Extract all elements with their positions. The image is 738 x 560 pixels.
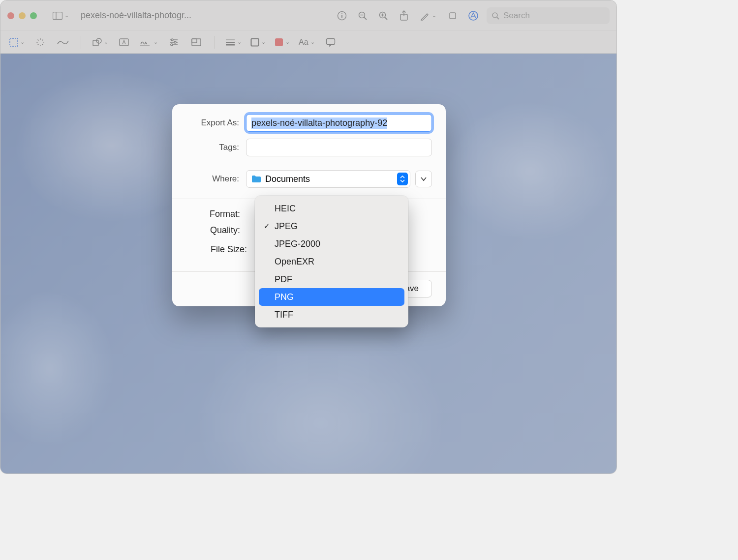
tags-field[interactable]	[246, 139, 432, 156]
svg-point-16	[492, 13, 497, 18]
markup-button[interactable]: ⌄	[417, 8, 439, 23]
where-label: Where:	[186, 174, 239, 184]
search-placeholder: Search	[503, 11, 530, 21]
sketch-tool[interactable]	[56, 35, 70, 49]
svg-point-34	[171, 39, 173, 41]
format-option-label: HEIC	[275, 204, 296, 214]
zoom-in-button[interactable]	[376, 8, 391, 23]
adjust-color-tool[interactable]	[167, 35, 181, 49]
border-color-tool[interactable]: ⌄	[250, 35, 266, 49]
svg-rect-38	[192, 39, 197, 43]
format-option-label: TIFF	[275, 310, 293, 320]
search-icon	[492, 12, 499, 20]
format-option-jpeg[interactable]: ✓JPEG	[259, 217, 404, 235]
annotate-tool[interactable]	[324, 35, 338, 49]
svg-rect-43	[275, 38, 283, 46]
svg-rect-42	[251, 38, 259, 46]
adjust-size-tool[interactable]	[189, 35, 203, 49]
format-option-openexr[interactable]: OpenEXR	[259, 253, 404, 270]
svg-rect-18	[10, 38, 18, 46]
folder-icon	[251, 175, 261, 183]
toolbar-divider	[81, 36, 81, 49]
svg-line-23	[38, 39, 39, 40]
svg-point-3	[341, 13, 342, 14]
where-stepper-icon	[397, 173, 408, 185]
text-tool[interactable]	[117, 35, 131, 49]
zoom-window-button[interactable]	[30, 12, 37, 19]
format-option-label: PDF	[275, 274, 292, 285]
svg-line-6	[364, 17, 367, 20]
share-button[interactable]	[397, 8, 411, 23]
expand-dialog-button[interactable]	[415, 171, 432, 187]
format-option-label: JPEG	[275, 221, 298, 232]
line-weight-tool[interactable]: ⌄	[225, 35, 242, 49]
toolbar-divider	[214, 36, 215, 49]
markup-toggle-button[interactable]	[466, 8, 481, 23]
format-option-png[interactable]: PNG	[259, 288, 404, 306]
svg-point-36	[171, 44, 173, 46]
selection-tool[interactable]: ⌄	[9, 35, 25, 49]
format-option-label: OpenEXR	[275, 257, 314, 267]
window-controls	[7, 12, 37, 19]
svg-rect-37	[192, 39, 201, 46]
instant-alpha-tool[interactable]	[33, 35, 47, 49]
svg-rect-0	[53, 12, 62, 19]
sidebar-toggle-button[interactable]: ⌄	[50, 8, 72, 23]
info-button[interactable]	[335, 8, 349, 23]
format-option-heic[interactable]: HEIC	[259, 200, 404, 217]
minimize-window-button[interactable]	[19, 12, 26, 19]
svg-rect-14	[450, 13, 456, 19]
check-icon: ✓	[264, 222, 270, 231]
where-value: Documents	[265, 174, 310, 184]
format-popup-menu: HEIC✓JPEGJPEG-2000OpenEXRPDFPNGTIFF	[255, 196, 408, 327]
format-label: Format:	[202, 209, 240, 219]
export-as-field[interactable]: pexels-noé-villalta-photography-92	[246, 114, 432, 132]
rotate-button[interactable]	[445, 8, 460, 23]
svg-line-24	[42, 44, 43, 45]
text-style-tool[interactable]: Aa⌄	[299, 35, 315, 49]
quality-label: Quality:	[202, 225, 240, 236]
search-field[interactable]: Search	[487, 7, 610, 24]
format-option-label: PNG	[275, 292, 294, 302]
chevron-down-icon	[420, 177, 427, 181]
format-option-label: JPEG-2000	[275, 239, 320, 249]
svg-line-17	[497, 17, 499, 19]
fill-color-tool[interactable]: ⌄	[275, 35, 290, 49]
export-as-label: Export As:	[186, 118, 239, 128]
format-option-jpeg-2000[interactable]: JPEG-2000	[259, 235, 404, 253]
tags-label: Tags:	[186, 143, 239, 152]
svg-line-9	[385, 17, 387, 20]
svg-line-25	[38, 44, 39, 45]
svg-point-28	[96, 38, 101, 43]
svg-point-35	[174, 41, 176, 43]
svg-rect-4	[341, 15, 342, 18]
shapes-tool[interactable]: ⌄	[92, 35, 108, 49]
svg-line-26	[42, 39, 43, 40]
close-window-button[interactable]	[7, 12, 14, 19]
export-as-value: pexels-noé-villalta-photography-92	[251, 118, 387, 129]
window-title: pexels-noé-villalta-photogr...	[81, 10, 191, 21]
zoom-out-button[interactable]	[355, 8, 370, 23]
markup-toolbar: ⌄ ⌄ ⌄ ⌄ ⌄ ⌄ Aa⌄	[0, 31, 616, 54]
sign-tool[interactable]: ⌄	[140, 35, 158, 49]
filesize-label: File Size:	[202, 244, 247, 255]
svg-rect-44	[326, 38, 335, 44]
where-select[interactable]: Documents	[246, 170, 410, 188]
titlebar: ⌄ pexels-noé-villalta-photogr... ⌄ Searc…	[0, 0, 616, 31]
format-option-tiff[interactable]: TIFF	[259, 306, 404, 324]
format-option-pdf[interactable]: PDF	[259, 270, 404, 288]
